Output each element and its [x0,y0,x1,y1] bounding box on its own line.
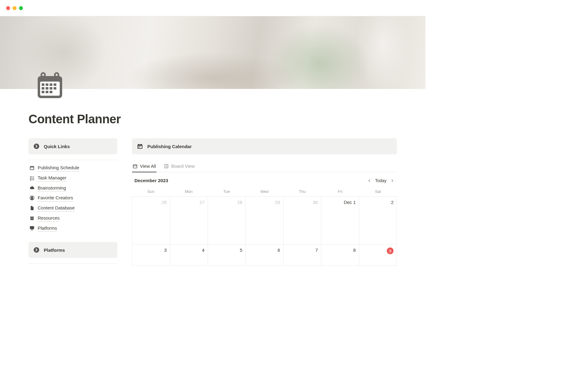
prev-month-button[interactable] [367,178,371,183]
link-favorite-creators[interactable]: Favorite Creators [29,194,117,201]
svg-rect-8 [42,87,44,90]
svg-rect-36 [138,146,139,147]
dayname: Thu [283,187,321,196]
calendar-daynames: Sun Mon Tue Wed Thu Fri Sat [132,187,397,196]
platforms-label: Platforms [44,247,65,253]
calendar-cell[interactable]: 3 [132,244,170,266]
link-content-database[interactable]: Content Database [29,205,117,212]
svg-rect-29 [31,229,32,230]
dayname: Mon [170,187,208,196]
svg-rect-12 [42,91,44,93]
calendar-cell[interactable]: 6 [246,244,283,266]
svg-rect-4 [42,83,44,86]
dayname: Sun [132,187,170,196]
arrow-circle-right-icon [33,247,40,253]
platforms-header: Platforms [28,242,117,258]
publishing-calendar-header: Publishing Calendar [132,138,397,154]
calendar-cell[interactable]: 8 [321,244,359,266]
svg-rect-14 [50,91,52,93]
monitor-icon [29,225,35,231]
calendar-cell-today[interactable]: 9 [359,244,397,266]
today-badge: 9 [387,247,394,254]
today-button[interactable]: Today [375,178,386,183]
svg-rect-11 [54,87,56,90]
sidebar: Quick Links Publishing Schedule Task Man… [28,138,117,266]
window-minimize-button[interactable] [13,6,17,10]
svg-rect-19 [33,166,33,167]
link-publishing-schedule[interactable]: Publishing Schedule [29,164,117,171]
link-brainstorming[interactable]: Brainstorming [29,185,117,192]
divider [28,263,117,264]
calendar-icon [29,165,35,171]
window-titlebar [0,0,425,16]
calendar-cell[interactable]: 26 [132,197,170,244]
svg-point-24 [31,197,32,198]
calendar-small-icon [133,164,138,169]
svg-rect-28 [30,226,34,229]
svg-rect-40 [139,147,140,148]
svg-rect-18 [31,166,31,167]
svg-rect-13 [46,91,48,93]
arrow-circle-right-icon [33,143,40,149]
document-icon [29,205,35,211]
svg-point-31 [34,247,39,253]
svg-rect-38 [140,146,141,147]
board-icon [164,164,169,169]
view-tabs: View All Board View [132,160,397,172]
user-circle-icon [29,195,35,201]
svg-rect-5 [46,83,48,86]
svg-rect-30 [31,230,33,230]
svg-rect-6 [50,83,52,86]
window-close-button[interactable] [6,6,10,10]
month-label: December 2023 [134,178,168,183]
svg-rect-17 [30,167,33,170]
next-month-button[interactable] [390,178,394,183]
page-title: Content Planner [28,112,397,126]
svg-rect-37 [139,146,140,147]
tab-view-all[interactable]: View All [132,162,156,172]
quick-links-header: Quick Links [28,138,117,154]
svg-rect-39 [138,147,139,148]
svg-rect-25 [30,217,34,217]
svg-point-3 [55,73,58,77]
svg-rect-35 [141,144,141,145]
dayname: Wed [246,187,284,196]
svg-rect-34 [138,144,139,145]
dayname: Tue [208,187,246,196]
svg-rect-43 [164,164,168,168]
calendar-cell[interactable]: 29 [246,197,283,244]
svg-rect-26 [30,218,33,220]
calendar-cell[interactable]: 5 [208,244,246,266]
publishing-calendar-label: Publishing Calendar [147,144,192,149]
task-list-icon [29,175,35,181]
calendar-cell[interactable]: Dec 1 [321,197,359,244]
svg-rect-10 [50,87,52,90]
cloud-icon [29,185,35,190]
svg-rect-7 [54,83,56,86]
window-zoom-button[interactable] [19,6,23,10]
divider [28,160,117,160]
svg-rect-41 [133,165,137,168]
dayname: Fri [321,187,359,196]
calendar-cell[interactable]: 2 [359,197,397,244]
link-task-manager[interactable]: Task Manager [29,174,117,182]
calendar-icon [137,143,143,149]
dayname: Sat [359,187,397,196]
calendar-cell[interactable]: 7 [284,244,321,266]
calendar-cell[interactable]: 4 [170,244,208,266]
main-panel: Publishing Calendar View All Board View … [132,138,397,266]
svg-rect-27 [31,218,32,219]
svg-rect-9 [46,87,48,90]
calendar-grid: 26 27 28 29 30 Dec 1 2 3 4 5 6 7 8 9 [132,196,397,266]
calendar-cell[interactable]: 30 [284,197,321,244]
calendar-icon [35,71,65,101]
svg-point-15 [34,144,39,149]
calendar-cell[interactable]: 28 [208,197,246,244]
link-resources[interactable]: Resources [29,215,117,222]
calendar-cell[interactable]: 27 [170,197,208,244]
quick-links-label: Quick Links [44,144,70,149]
svg-point-2 [41,73,45,77]
page-icon[interactable] [34,70,66,102]
tab-board-view[interactable]: Board View [163,162,195,172]
link-platforms[interactable]: Platforms [29,225,117,232]
